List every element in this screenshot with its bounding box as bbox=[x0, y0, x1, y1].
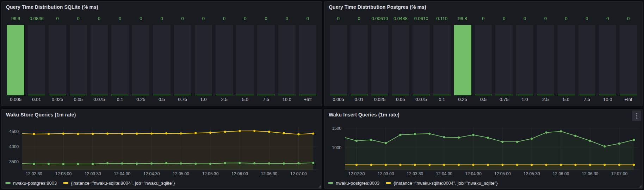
legend-swatch-icon bbox=[63, 182, 68, 184]
panel-header[interactable]: Query Time Distribution SQLite (% ms) bbox=[2, 2, 322, 12]
histogram-tick-label: 0.75 bbox=[494, 97, 514, 103]
panel-query-time-sqlite: Query Time Distribution SQLite (% ms) 99… bbox=[1, 1, 322, 106]
histogram-tick-label: 0.01 bbox=[349, 97, 370, 103]
bar-value-label: 0.0846 bbox=[26, 16, 47, 23]
histogram-tick-label: 0.1 bbox=[432, 97, 452, 103]
histogram-bar bbox=[620, 25, 637, 95]
data-point bbox=[603, 164, 606, 166]
data-point bbox=[48, 133, 50, 135]
histogram-bar bbox=[7, 25, 24, 95]
x-axis-label: 12:04:00 bbox=[110, 171, 135, 176]
y-axis-label: 4500 bbox=[2, 129, 19, 134]
data-point bbox=[312, 132, 314, 134]
data-point bbox=[428, 133, 431, 135]
histogram-bar bbox=[516, 25, 533, 95]
histogram-bar bbox=[70, 25, 87, 95]
panel-title[interactable]: Query Time Distribution SQLite (% ms) bbox=[6, 4, 98, 10]
data-point bbox=[618, 164, 620, 166]
panel-header[interactable]: Query Time Distribution Postgres (% ms) bbox=[324, 2, 642, 12]
data-point bbox=[92, 163, 94, 165]
histogram-bar bbox=[236, 25, 254, 95]
data-point bbox=[224, 131, 226, 133]
bar-fill bbox=[278, 95, 296, 95]
bar-fill bbox=[299, 95, 316, 95]
histogram-bar bbox=[195, 25, 212, 95]
resize-handle-icon[interactable] bbox=[639, 185, 642, 188]
line-chart[interactable] bbox=[345, 126, 639, 170]
histogram-tick-label: 5.0 bbox=[235, 97, 255, 103]
x-axis-label: 12:03:00 bbox=[373, 171, 398, 176]
histogram-bar bbox=[28, 25, 45, 95]
bar-fill bbox=[475, 95, 492, 95]
legend-item[interactable]: nwaku-postgres:8003 bbox=[328, 180, 379, 186]
data-point bbox=[589, 140, 591, 142]
histogram-tick-label: 0.1 bbox=[110, 97, 130, 103]
bar-fill bbox=[516, 95, 533, 95]
x-axis-label: 12:03:30 bbox=[402, 171, 428, 176]
data-point bbox=[560, 164, 562, 166]
legend-label: nwaku-postgres:8003 bbox=[336, 180, 379, 186]
legend-item[interactable]: {instance="nwaku-sqlite:8004", job="nwak… bbox=[386, 180, 497, 186]
y-axis-label: 1500 bbox=[324, 126, 341, 131]
histogram-bar bbox=[257, 25, 274, 95]
bar-fill bbox=[91, 95, 108, 95]
histogram-tick-label: 0.025 bbox=[47, 97, 68, 103]
data-point bbox=[180, 132, 182, 134]
data-point bbox=[443, 164, 445, 166]
histogram-tick-label: 0.5 bbox=[151, 97, 172, 103]
bar-fill bbox=[599, 95, 616, 95]
bar-value-label: 0 bbox=[151, 16, 172, 23]
bar-fill bbox=[454, 25, 471, 95]
bar-value-label: 0 bbox=[556, 16, 577, 23]
panel-header[interactable]: Waku Insert Queries (1m rate) bbox=[324, 109, 642, 120]
data-point bbox=[531, 164, 533, 166]
data-point bbox=[194, 132, 197, 134]
histogram-tick-label: 7.5 bbox=[255, 97, 276, 103]
bar-value-label: 0 bbox=[89, 16, 110, 23]
histogram-bar bbox=[392, 25, 409, 95]
data-point bbox=[33, 163, 35, 165]
histogram-bar bbox=[537, 25, 554, 95]
data-point bbox=[106, 133, 109, 135]
histogram-bar bbox=[454, 25, 471, 95]
line-chart-plot[interactable] bbox=[345, 126, 639, 170]
data-point bbox=[428, 164, 431, 166]
panel-title[interactable]: Waku Store Queries (1m rate) bbox=[6, 112, 76, 118]
y-axis-label: 3500 bbox=[2, 159, 19, 164]
histogram-bars[interactable] bbox=[328, 25, 639, 95]
line-chart-plot[interactable] bbox=[22, 126, 318, 170]
legend-swatch-icon bbox=[5, 182, 11, 184]
panel-header[interactable]: Waku Store Queries (1m rate) bbox=[2, 109, 322, 120]
legend-swatch-icon bbox=[386, 182, 391, 184]
legend-item[interactable]: nwaku-postgres:8003 bbox=[5, 180, 57, 186]
panel-title[interactable]: Waku Insert Queries (1m rate) bbox=[329, 112, 400, 118]
kebab-menu-icon[interactable] bbox=[632, 110, 641, 121]
bar-value-label: 0 bbox=[618, 16, 639, 23]
data-point bbox=[458, 164, 460, 166]
bar-value-label: 0 bbox=[349, 16, 370, 23]
data-point bbox=[209, 163, 211, 165]
data-point bbox=[92, 133, 94, 135]
data-point bbox=[150, 132, 153, 134]
data-point bbox=[618, 142, 620, 145]
data-point bbox=[297, 133, 299, 135]
data-point bbox=[385, 142, 387, 144]
data-point bbox=[283, 132, 285, 134]
histogram-bar bbox=[330, 25, 347, 95]
panel-title[interactable]: Query Time Distribution Postgres (% ms) bbox=[329, 4, 426, 10]
bar-value-label: 0 bbox=[473, 16, 494, 23]
bar-value-label: 99.8 bbox=[452, 16, 473, 23]
legend-item[interactable]: {instance="nwaku-sqlite:8004", job="nwak… bbox=[63, 180, 175, 186]
histogram-values-row: 000.006100.04880.06100.11099.800000000 bbox=[328, 16, 639, 23]
data-point bbox=[312, 162, 314, 164]
resize-handle-icon[interactable] bbox=[318, 185, 321, 188]
histogram-bars[interactable] bbox=[5, 25, 318, 95]
histogram-bar bbox=[433, 25, 451, 95]
data-point bbox=[560, 130, 562, 132]
x-axis-label: 12:05:00 bbox=[490, 171, 515, 176]
data-point bbox=[414, 164, 416, 166]
legend: nwaku-postgres:8003{instance="nwaku-sqli… bbox=[328, 179, 498, 186]
line-chart[interactable] bbox=[22, 126, 318, 170]
bar-fill bbox=[111, 95, 129, 95]
data-point bbox=[545, 164, 547, 166]
